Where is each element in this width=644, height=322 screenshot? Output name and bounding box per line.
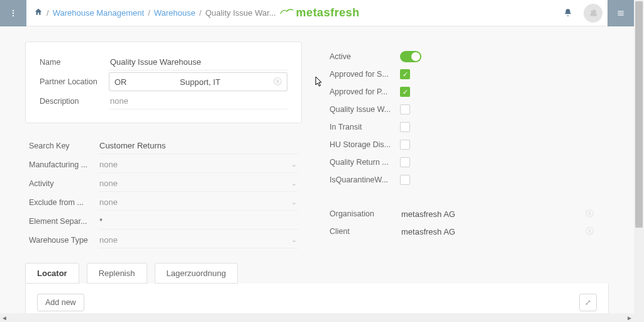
org-value[interactable]: metasfresh AG	[400, 209, 586, 219]
horizontal-scrollbar[interactable]: ◄ ►	[0, 313, 634, 322]
menu-left-button[interactable]	[0, 0, 26, 26]
crumb-2[interactable]: Warehouse	[154, 8, 196, 18]
quality-w-label: Quality Issue W...	[330, 105, 400, 114]
searchkey-field[interactable]: Customer Returns	[98, 138, 298, 154]
wtype-label: Warehouse Type	[29, 236, 98, 245]
partner-label: Partner Location	[40, 77, 109, 86]
expand-icon[interactable]: ⤢	[579, 294, 597, 311]
topbar: / Warehouse Management / Warehouse / Qua…	[0, 0, 634, 26]
exclude-select[interactable]: none⌄	[98, 194, 298, 211]
org-label: Organisation	[330, 209, 400, 218]
name-field[interactable]: Quality Issue Warehouse	[109, 54, 287, 70]
svg-point-1	[13, 12, 14, 13]
transit-checkbox[interactable]	[400, 122, 410, 132]
bell-icon[interactable]	[564, 8, 572, 19]
panel-secondary: Search Key Customer Returns Manufacturin…	[25, 137, 302, 249]
tab-locator[interactable]: Locator	[25, 263, 79, 284]
home-icon[interactable]	[34, 8, 43, 18]
qreturn-label: Quality Return ...	[330, 158, 400, 167]
crumb-1[interactable]: Warehouse Management	[53, 8, 145, 18]
breadcrumb: / Warehouse Management / Warehouse / Qua…	[34, 8, 276, 18]
svg-point-0	[13, 9, 14, 11]
clear-icon[interactable]: ⓧ	[274, 76, 282, 87]
active-toggle[interactable]	[400, 51, 421, 62]
quarantine-label: IsQuarantineW...	[330, 175, 400, 184]
chevron-down-icon: ⌄	[291, 236, 297, 244]
brand-logo: metasfresh	[280, 6, 360, 19]
wtype-select[interactable]: none⌄	[98, 232, 298, 248]
vertical-scrollbar[interactable]	[634, 0, 644, 322]
active-label: Active	[330, 52, 400, 61]
mfg-select[interactable]: none⌄	[98, 157, 298, 173]
quarantine-checkbox[interactable]	[400, 175, 410, 185]
searchkey-label: Search Key	[29, 142, 98, 150]
client-value[interactable]: metasfresh AG	[400, 227, 586, 236]
chevron-down-icon: ⌄	[291, 198, 297, 206]
scrollbar-thumb[interactable]	[635, 1, 643, 228]
crumb-current: Quality Issue War...	[205, 8, 275, 18]
name-label: Name	[40, 58, 109, 67]
tab-replenish[interactable]: Replenish	[87, 263, 147, 284]
menu-right-button[interactable]	[608, 0, 634, 26]
approved-p-label: Approved for P...	[330, 87, 400, 96]
client-label: Client	[330, 227, 400, 236]
transit-label: In Transit	[330, 123, 400, 131]
svg-rect-3	[618, 11, 623, 12]
panel-main: Name Quality Issue Warehouse Partner Loc…	[25, 42, 302, 123]
desc-label: Description	[40, 97, 109, 106]
sep-field[interactable]: *	[98, 213, 298, 230]
tabs: Locator Replenish Lagerzuordnung	[25, 263, 609, 284]
tab-panel: Add new ⤢	[25, 284, 609, 313]
avatar[interactable]	[584, 4, 602, 23]
approved-p-checkbox[interactable]: ✓	[400, 87, 410, 97]
sep-label: Element Separ...	[29, 217, 98, 226]
partner-location-field[interactable]: OR Support, IT ⓧ	[109, 72, 287, 91]
activity-select[interactable]: none⌄	[98, 175, 298, 192]
clear-icon[interactable]: ⓧ	[586, 208, 594, 219]
exclude-label: Exclude from ...	[29, 198, 98, 207]
chevron-down-icon: ⌄	[291, 160, 297, 169]
approved-s-label: Approved for S...	[330, 70, 400, 79]
mfg-label: Manufacturing ...	[29, 160, 98, 169]
chevron-down-icon: ⌄	[291, 179, 297, 187]
approved-s-checkbox[interactable]: ✓	[400, 69, 410, 79]
add-new-button[interactable]: Add new	[37, 294, 84, 311]
clear-icon[interactable]: ⓧ	[586, 226, 594, 237]
svg-rect-5	[618, 14, 623, 15]
tab-lagerzuordnung[interactable]: Lagerzuordnung	[155, 263, 238, 284]
desc-field[interactable]: none	[109, 93, 287, 109]
leaf-icon	[280, 6, 294, 19]
hu-label: HU Storage Dis...	[330, 140, 400, 149]
svg-rect-4	[618, 13, 623, 13]
scroll-right-icon[interactable]: ►	[625, 314, 634, 321]
activity-label: Activity	[29, 179, 98, 188]
hu-checkbox[interactable]	[400, 140, 410, 150]
scroll-left-icon[interactable]: ◄	[0, 314, 9, 321]
svg-point-2	[13, 14, 14, 16]
qreturn-checkbox[interactable]	[400, 157, 410, 167]
quality-w-checkbox[interactable]	[400, 104, 410, 114]
